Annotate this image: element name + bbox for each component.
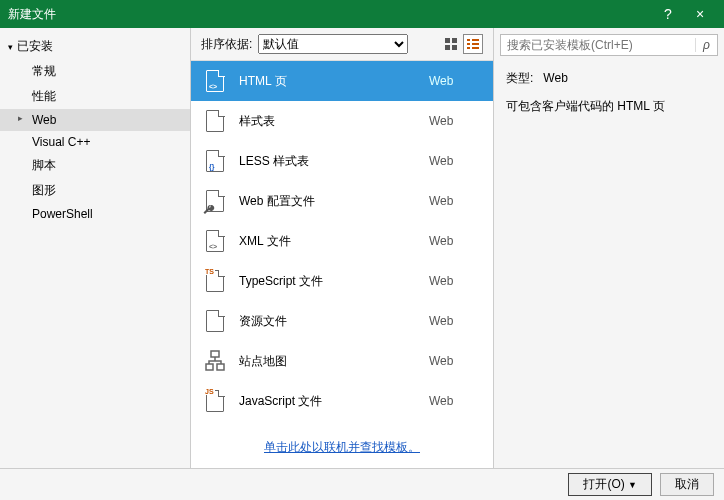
template-category: Web <box>429 274 479 288</box>
template-list: <>HTML 页Web样式表Web{}LESS 样式表WebWeb 配置文件We… <box>191 61 493 427</box>
svg-rect-10 <box>211 351 219 357</box>
svg-rect-8 <box>467 47 470 49</box>
template-name: 站点地图 <box>239 353 415 370</box>
template-row[interactable]: 站点地图Web <box>191 341 493 381</box>
svg-rect-12 <box>217 364 224 370</box>
tree-item[interactable]: 性能 <box>0 84 190 109</box>
open-button[interactable]: 打开(O) ▼ <box>568 473 652 496</box>
grid-icon <box>445 38 457 50</box>
template-row[interactable]: 样式表Web <box>191 101 493 141</box>
file-icon <box>205 109 225 133</box>
template-category: Web <box>429 354 479 368</box>
file-icon: JS <box>205 389 225 413</box>
svg-rect-9 <box>472 47 479 49</box>
file-icon <box>205 309 225 333</box>
template-name: TypeScript 文件 <box>239 273 415 290</box>
file-icon <box>205 189 225 213</box>
template-category: Web <box>429 114 479 128</box>
help-button[interactable]: ? <box>652 6 684 22</box>
online-templates-link[interactable]: 单击此处以联机并查找模板。 <box>264 440 420 454</box>
svg-rect-3 <box>452 45 457 50</box>
sort-label: 排序依据: <box>201 36 252 53</box>
view-list-button[interactable] <box>463 34 483 54</box>
template-description: 可包含客户端代码的 HTML 页 <box>506 96 712 118</box>
svg-rect-7 <box>472 43 479 45</box>
file-icon: TS <box>205 269 225 293</box>
template-category: Web <box>429 394 479 408</box>
tree-item[interactable]: Visual C++ <box>0 131 190 153</box>
svg-rect-1 <box>452 38 457 43</box>
template-row[interactable]: <>HTML 页Web <box>191 61 493 101</box>
svg-rect-2 <box>445 45 450 50</box>
template-category: Web <box>429 234 479 248</box>
tree-item[interactable]: 图形 <box>0 178 190 203</box>
window-title: 新建文件 <box>8 6 652 23</box>
type-label: 类型: <box>506 71 533 85</box>
template-category: Web <box>429 314 479 328</box>
template-row[interactable]: {}LESS 样式表Web <box>191 141 493 181</box>
template-row[interactable]: Web 配置文件Web <box>191 181 493 221</box>
template-name: HTML 页 <box>239 73 415 90</box>
template-category: Web <box>429 154 479 168</box>
template-name: LESS 样式表 <box>239 153 415 170</box>
template-name: 样式表 <box>239 113 415 130</box>
svg-rect-11 <box>206 364 213 370</box>
file-icon <box>205 349 225 373</box>
tree-item[interactable]: 常规 <box>0 59 190 84</box>
template-name: 资源文件 <box>239 313 415 330</box>
close-button[interactable]: × <box>684 6 716 22</box>
svg-rect-5 <box>472 39 479 41</box>
svg-rect-6 <box>467 43 470 45</box>
template-row[interactable]: <>XML 文件Web <box>191 221 493 261</box>
template-row[interactable]: 资源文件Web <box>191 301 493 341</box>
search-icon[interactable]: ρ <box>695 38 717 52</box>
tree-item[interactable]: 脚本 <box>0 153 190 178</box>
list-icon <box>467 38 479 50</box>
file-icon: {} <box>205 149 225 173</box>
chevron-down-icon: ▾ <box>8 42 13 52</box>
tree-item[interactable]: Web <box>0 109 190 131</box>
sort-dropdown[interactable]: 默认值 <box>258 34 408 54</box>
template-name: JavaScript 文件 <box>239 393 415 410</box>
type-value: Web <box>543 71 567 85</box>
category-tree: ▾ 已安装 常规性能WebVisual C++脚本图形PowerShell <box>0 28 190 468</box>
template-row[interactable]: JSJavaScript 文件Web <box>191 381 493 421</box>
file-icon: <> <box>205 69 225 93</box>
tree-item[interactable]: PowerShell <box>0 203 190 225</box>
template-category: Web <box>429 194 479 208</box>
svg-rect-4 <box>467 39 470 41</box>
file-icon: <> <box>205 229 225 253</box>
template-name: Web 配置文件 <box>239 193 415 210</box>
view-grid-button[interactable] <box>441 34 461 54</box>
template-name: XML 文件 <box>239 233 415 250</box>
cancel-button[interactable]: 取消 <box>660 473 714 496</box>
svg-rect-0 <box>445 38 450 43</box>
template-row[interactable]: TSTypeScript 文件Web <box>191 261 493 301</box>
search-input[interactable] <box>501 38 695 52</box>
template-category: Web <box>429 74 479 88</box>
tree-root-installed[interactable]: ▾ 已安装 <box>0 34 190 59</box>
